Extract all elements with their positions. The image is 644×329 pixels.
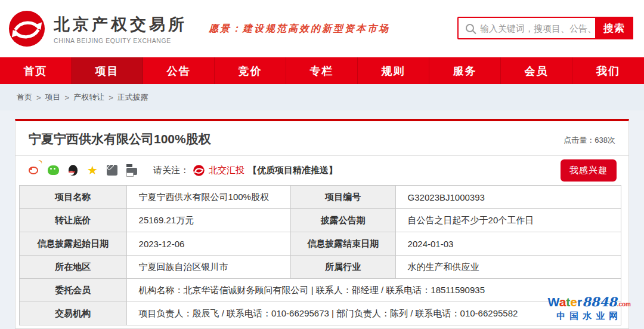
weibo-share-icon[interactable] [27,164,39,176]
project-info-table: 项目名称 宁夏宁西供水有限公司100%股权 项目编号 G32023BJ10003… [19,185,621,325]
field-label-floor-price: 转让底价 [20,209,127,232]
print-icon[interactable] [126,164,138,176]
follow-suffix: 【优质项目精准推送】 [248,165,338,176]
field-value-project-name: 宁夏宁西供水有限公司100%股权 [126,186,290,209]
breadcrumb: 首页 > 项目 > 产权转让 > 正式披露 [0,84,644,110]
nav-item-members[interactable]: 会员 [501,57,572,84]
nav-item-columns[interactable]: 专栏 [286,57,358,84]
wechat-share-icon[interactable] [47,164,59,176]
logo-text: 北京产权交易所 CHINA BEIJING EQUITY EXCHANGE [54,14,187,44]
table-row: 转让底价 25169.21万元 披露公告期 自公告之日起不少于20个工作日 [20,209,621,232]
brand-name-cn: 北京产权交易所 [54,14,187,35]
field-label-industry: 所属行业 [291,256,396,279]
breadcrumb-formal-disclosure[interactable]: 正式披露 [117,92,148,103]
view-count: 点击量：638次 [564,135,615,147]
field-label-project-number: 项目编号 [291,186,396,209]
breadcrumb-projects[interactable]: 项目 [45,92,61,103]
field-label-announcement-period: 披露公告期 [291,209,396,232]
qq-share-icon[interactable] [67,164,79,176]
page-title: 宁夏宁西供水有限公司100%股权 [29,131,211,147]
table-row: 委托会员 机构名称：北京华诺信诚财务顾问有限公司 | 联系人：邵经理 / 联系电… [20,279,621,302]
search-box: 搜索 [457,17,633,39]
main-nav: 首页 项目 公告 竞价 专栏 规则 服务 会员 我们 [0,57,644,84]
brand-name-en: CHINA BEIJING EQUITY EXCHANGE [54,37,187,44]
breadcrumb-home[interactable]: 首页 [17,92,32,103]
nav-item-bidding[interactable]: 竞价 [215,57,286,84]
site-logo[interactable]: 北京产权交易所 CHINA BEIJING EQUITY EXCHANGE [8,10,187,47]
nav-item-announcements[interactable]: 公告 [143,57,215,84]
field-value-trading-institution: 项目负责人：殷辰飞 / 联系电话：010-66295673 | 部门负责人：陈列… [126,302,621,325]
view-count-value: 638次 [595,136,615,144]
breadcrumb-separator: > [36,93,41,102]
project-detail-card: 宁夏宁西供水有限公司100%股权 点击量：638次 ★ 请关注： 北交汇投 【优… [15,119,629,329]
table-row: 交易机构 项目负责人：殷辰飞 / 联系电话：010-66295673 | 部门负… [20,302,621,325]
search-input[interactable] [474,23,595,33]
interested-button[interactable]: 我感兴趣 [561,159,617,182]
field-label-region: 所在地区 [20,256,127,279]
share-icons: ★ [27,164,138,176]
nav-item-services[interactable]: 服务 [429,57,501,84]
field-label-entrusted-member: 委托会员 [20,279,127,302]
table-row: 所在地区 宁夏回族自治区银川市 所属行业 水的生产和供应业 [20,256,621,279]
field-value-project-number: G32023BJ1000393 [395,186,621,209]
follow-brand-link[interactable]: 北交汇投 [209,165,244,176]
field-value-entrusted-member: 机构名称：北京华诺信诚财务顾问有限公司 | 联系人：邵经理 / 联系电话：185… [126,279,621,302]
follow-label: 请关注： [153,165,189,176]
share-row: ★ 请关注： 北交汇投 【优质项目精准推送】 我感兴趣 [16,156,628,185]
nav-item-projects[interactable]: 项目 [72,57,143,84]
breadcrumb-equity-transfer[interactable]: 产权转让 [73,92,104,103]
view-count-label: 点击量： [564,136,595,144]
table-row: 信息披露起始日期 2023-12-06 信息披露结束日期 2024-01-03 [20,232,621,256]
field-value-disclosure-end: 2024-01-03 [395,232,621,256]
field-label-project-name: 项目名称 [20,186,127,209]
title-row: 宁夏宁西供水有限公司100%股权 点击量：638次 [16,121,628,156]
field-value-floor-price: 25169.21万元 [126,209,290,232]
copy-link-icon[interactable] [106,164,118,176]
nav-item-about[interactable]: 我们 [572,57,644,84]
field-value-industry: 水的生产和供应业 [395,256,621,279]
field-label-disclosure-end: 信息披露结束日期 [291,232,396,256]
field-label-trading-institution: 交易机构 [20,302,127,325]
site-header: 北京产权交易所 CHINA BEIJING EQUITY EXCHANGE 愿景… [0,0,644,57]
table-row: 项目名称 宁夏宁西供水有限公司100%股权 项目编号 G32023BJ10003… [20,186,621,209]
breadcrumb-separator: > [109,93,113,102]
field-label-disclosure-start: 信息披露起始日期 [20,232,127,256]
follow-note: 请关注： 北交汇投 【优质项目精准推送】 [153,165,338,176]
bje-logo-icon [8,10,45,47]
field-value-region: 宁夏回族自治区银川市 [126,256,290,279]
field-value-announcement-period: 自公告之日起不少于20个工作日 [395,209,621,232]
nav-item-rules[interactable]: 规则 [358,57,429,84]
nav-item-home[interactable]: 首页 [0,57,72,84]
search-icon [466,24,474,32]
bjhuitou-icon [193,165,205,176]
qzone-star-icon[interactable]: ★ [86,164,98,176]
search-button[interactable]: 搜索 [595,17,633,39]
site-slogan: 愿景：建设规范高效的新型资本市场 [209,23,390,35]
breadcrumb-separator: > [65,93,70,102]
field-value-disclosure-start: 2023-12-06 [126,232,290,256]
